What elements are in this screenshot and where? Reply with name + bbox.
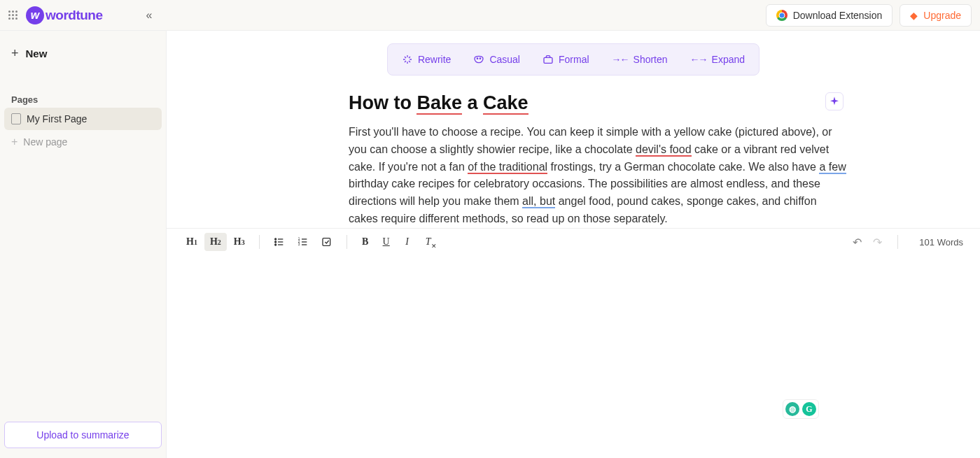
shorten-icon: →← bbox=[612, 54, 629, 65]
chrome-icon bbox=[776, 10, 788, 21]
upload-button[interactable]: Upload to summarize bbox=[4, 422, 162, 448]
header: w wordtune « Download Extension ◆ Upgrad… bbox=[0, 0, 980, 31]
action-bar: Rewrite Casual Formal →← Shorten bbox=[387, 43, 760, 76]
pages-heading: Pages bbox=[4, 92, 162, 108]
star-icon bbox=[829, 96, 840, 107]
svg-point-0 bbox=[477, 58, 478, 59]
main-content: Rewrite Casual Formal →← Shorten bbox=[167, 31, 980, 458]
shorten-button[interactable]: →← Shorten bbox=[601, 47, 679, 72]
casual-label: Casual bbox=[489, 54, 520, 65]
sidebar: + New Pages My First Page + New page Upl… bbox=[0, 31, 167, 458]
logo-text: wordtune bbox=[46, 8, 103, 23]
expand-icon: ←→ bbox=[690, 54, 707, 65]
underline-button[interactable]: U bbox=[377, 233, 396, 251]
upgrade-button[interactable]: ◆ Upgrade bbox=[899, 4, 972, 27]
document-paragraph[interactable]: First you'll have to choose a recipe. Yo… bbox=[349, 124, 847, 228]
rewrite-button[interactable]: Rewrite bbox=[391, 47, 462, 72]
svg-point-7 bbox=[274, 244, 276, 245]
diamond-icon: ◆ bbox=[910, 10, 918, 21]
svg-rect-2 bbox=[544, 57, 552, 63]
mask-icon bbox=[473, 54, 484, 65]
h1-button[interactable]: H1 bbox=[181, 233, 203, 251]
divider bbox=[897, 235, 898, 249]
upgrade-label: Upgrade bbox=[923, 10, 961, 21]
new-label: New bbox=[26, 48, 48, 59]
svg-point-1 bbox=[480, 58, 481, 59]
collapse-sidebar-icon[interactable]: « bbox=[146, 9, 153, 22]
new-button[interactable]: + New bbox=[4, 41, 162, 66]
page-item-label: My First Page bbox=[27, 113, 87, 124]
formal-label: Formal bbox=[559, 54, 589, 65]
page-item[interactable]: My First Page bbox=[4, 108, 162, 130]
divider bbox=[346, 235, 347, 249]
grammarly-widget[interactable]: ◍ G bbox=[783, 399, 819, 419]
bulb-icon: ◍ bbox=[785, 402, 799, 416]
page-icon bbox=[11, 113, 21, 124]
bullet-list-button[interactable] bbox=[268, 233, 290, 251]
casual-button[interactable]: Casual bbox=[462, 47, 531, 72]
checklist-icon bbox=[321, 236, 332, 248]
logo[interactable]: w wordtune bbox=[26, 6, 103, 24]
briefcase-icon bbox=[542, 54, 554, 65]
download-label: Download Extension bbox=[793, 10, 883, 21]
undo-button[interactable]: ↶ bbox=[850, 233, 864, 252]
divider bbox=[259, 235, 260, 249]
ai-spark-button[interactable] bbox=[825, 92, 844, 110]
h2-button[interactable]: H2 bbox=[204, 233, 227, 251]
expand-label: Expand bbox=[712, 54, 745, 65]
grammarly-icon: G bbox=[802, 402, 816, 416]
bullet-list-icon bbox=[274, 236, 285, 248]
plus-icon: + bbox=[11, 46, 19, 61]
h3-button[interactable]: H3 bbox=[228, 233, 251, 251]
rewrite-label: Rewrite bbox=[418, 54, 451, 65]
numbered-list-icon: 123 bbox=[298, 236, 309, 248]
redo-button[interactable]: ↷ bbox=[870, 233, 885, 252]
shorten-label: Shorten bbox=[634, 54, 668, 65]
sparkle-icon bbox=[402, 54, 413, 65]
expand-button[interactable]: ←→ Expand bbox=[679, 47, 756, 72]
formal-button[interactable]: Formal bbox=[531, 47, 601, 72]
word-count: 101 Words bbox=[919, 237, 963, 248]
document-editor[interactable]: How to Bake a Cake First you'll have to … bbox=[167, 92, 980, 228]
format-toolbar: H1 H2 H3 123 B U I T✕ ↶ bbox=[167, 228, 980, 256]
app-grid-icon[interactable] bbox=[8, 10, 18, 20]
new-page-label: New page bbox=[23, 136, 67, 148]
document-title[interactable]: How to Bake a Cake bbox=[349, 92, 847, 114]
svg-point-5 bbox=[274, 241, 276, 243]
svg-point-3 bbox=[274, 238, 276, 240]
new-page-button[interactable]: + New page bbox=[4, 130, 162, 154]
numbered-list-button[interactable]: 123 bbox=[292, 233, 314, 251]
italic-button[interactable]: I bbox=[398, 233, 417, 251]
svg-rect-15 bbox=[323, 238, 330, 246]
checklist-button[interactable] bbox=[316, 233, 338, 251]
plus-icon: + bbox=[11, 136, 18, 148]
bold-button[interactable]: B bbox=[356, 233, 375, 251]
download-extension-button[interactable]: Download Extension bbox=[766, 4, 893, 27]
svg-text:3: 3 bbox=[298, 243, 300, 247]
clear-format-button[interactable]: T✕ bbox=[419, 233, 438, 251]
